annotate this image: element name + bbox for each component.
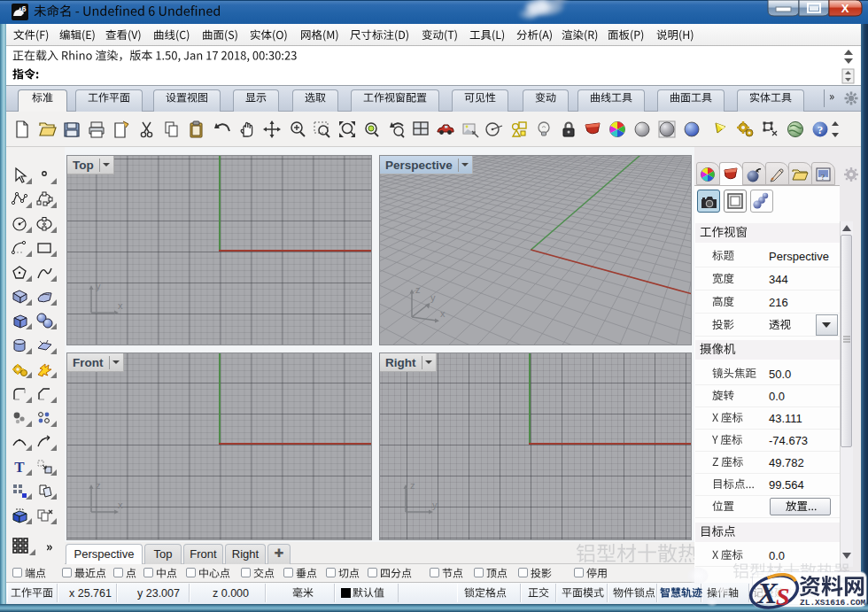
svg-text:S: S — [776, 583, 790, 610]
svg-text:z: z — [96, 480, 101, 491]
svg-text:z: z — [410, 480, 415, 491]
svg-text:x: x — [440, 308, 446, 319]
svg-text:y: y — [430, 292, 436, 303]
svg-text:x: x — [118, 500, 123, 510]
svg-text:y: y — [432, 500, 438, 510]
svg-text:x: x — [118, 300, 123, 311]
svg-text:X: X — [841, 2, 849, 15]
svg-text:?: ? — [821, 173, 825, 182]
svg-text:?: ? — [818, 123, 824, 136]
svg-text:z: z — [415, 284, 421, 295]
svg-text:y: y — [96, 281, 101, 291]
svg-text:T: T — [14, 459, 25, 476]
svg-text:6: 6 — [21, 4, 26, 13]
